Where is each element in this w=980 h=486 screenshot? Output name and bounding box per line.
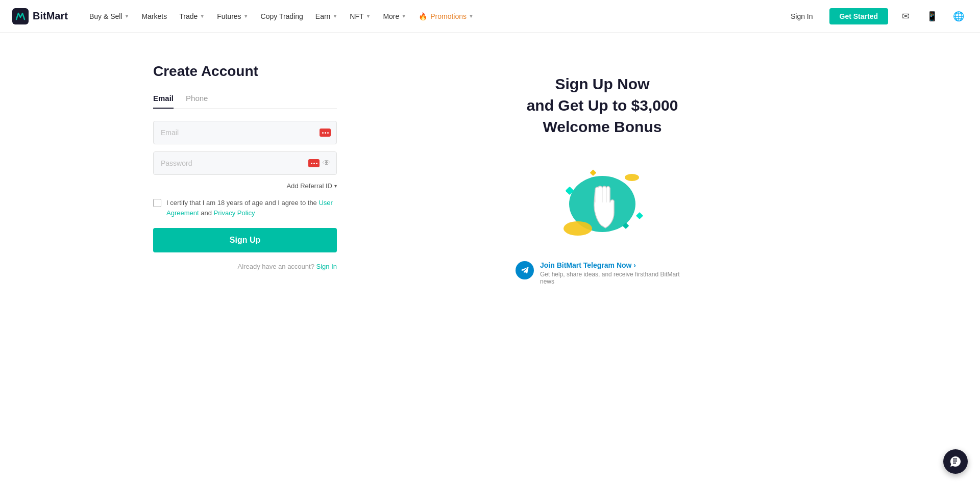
language-icon-button[interactable]: 🌐 <box>949 7 968 25</box>
form-title: Create Account <box>153 63 337 80</box>
agree-text: I certify that I am 18 years of age and … <box>166 198 337 218</box>
chevron-down-icon: ▼ <box>332 13 337 19</box>
chevron-down-icon: ▼ <box>124 13 129 19</box>
email-input-group <box>153 121 337 144</box>
nav-futures[interactable]: Futures ▼ <box>212 8 253 24</box>
form-tabs: Email Phone <box>153 94 337 109</box>
telegram-title[interactable]: Join BitMart Telegram Now › <box>540 261 689 269</box>
svg-rect-6 <box>590 169 597 176</box>
nav-trade[interactable]: Trade ▼ <box>174 8 210 24</box>
chevron-down-icon: ▼ <box>200 13 205 19</box>
navbar: BitMart Buy & Sell ▼ Markets Trade ▼ Fut… <box>0 0 980 33</box>
telegram-icon <box>516 261 534 279</box>
email-input[interactable] <box>153 121 337 144</box>
nav-right: Sign In Get Started ✉ 📱 🌐 <box>782 7 968 25</box>
toggle-password-icon[interactable]: 👁 <box>323 159 331 168</box>
signin-row: Already have an account? Sign In <box>153 263 337 270</box>
brand-name: BitMart <box>33 10 68 22</box>
mobile-icon-button[interactable]: 📱 <box>923 7 941 25</box>
tab-email[interactable]: Email <box>153 94 174 109</box>
nav-markets[interactable]: Markets <box>136 8 172 24</box>
promo-illustration <box>546 153 658 245</box>
chevron-down-icon: ▾ <box>334 183 337 189</box>
sign-in-button[interactable]: Sign In <box>782 8 821 24</box>
email-input-icons <box>320 129 331 137</box>
message-icon-button[interactable]: ✉ <box>896 7 915 25</box>
main-content: Create Account Email Phone <box>133 33 847 316</box>
chevron-down-icon: ▼ <box>366 13 371 19</box>
nav-more[interactable]: More ▼ <box>378 8 411 24</box>
nav-promotions[interactable]: 🔥 Promotions ▼ <box>413 8 479 24</box>
nav-buy-sell[interactable]: Buy & Sell ▼ <box>84 8 135 24</box>
agree-checkbox[interactable] <box>153 199 161 207</box>
nav-copy-trading[interactable]: Copy Trading <box>256 8 308 24</box>
get-started-button[interactable]: Get Started <box>829 8 888 24</box>
dots-icon <box>308 159 320 167</box>
telegram-subtitle: Get help, share ideas, and receive first… <box>540 271 689 285</box>
telegram-text: Join BitMart Telegram Now › Get help, sh… <box>540 261 689 285</box>
signup-button[interactable]: Sign Up <box>153 228 337 252</box>
telegram-row: Join BitMart Telegram Now › Get help, sh… <box>516 261 689 285</box>
add-referral-id[interactable]: Add Referral ID ▾ <box>286 182 337 190</box>
nav-nft[interactable]: NFT ▼ <box>345 8 376 24</box>
svg-point-2 <box>564 221 592 236</box>
chevron-down-icon: ▼ <box>243 13 249 19</box>
create-account-form: Create Account Email Phone <box>153 63 337 270</box>
privacy-policy-link[interactable]: Privacy Policy <box>214 209 255 217</box>
nav-earn[interactable]: Earn ▼ <box>310 8 342 24</box>
password-input-icons: 👁 <box>308 159 331 168</box>
tab-phone[interactable]: Phone <box>186 94 208 109</box>
svg-rect-5 <box>636 212 643 219</box>
promo-title: Sign Up Now and Get Up to $3,000 Welcome… <box>527 73 678 138</box>
referral-row: Add Referral ID ▾ <box>153 182 337 190</box>
svg-point-3 <box>625 174 639 181</box>
brand-logo[interactable]: BitMart <box>12 8 68 24</box>
dots-icon <box>320 129 331 137</box>
chevron-down-icon: ▼ <box>469 13 474 19</box>
agree-row: I certify that I am 18 years of age and … <box>153 198 337 218</box>
password-input-group: 👁 <box>153 151 337 175</box>
chat-bubble-button[interactable] <box>943 449 968 474</box>
nav-links: Buy & Sell ▼ Markets Trade ▼ Futures ▼ C… <box>84 8 782 24</box>
sign-in-link[interactable]: Sign In <box>316 263 337 270</box>
promo-section: Sign Up Now and Get Up to $3,000 Welcome… <box>378 63 827 285</box>
chevron-down-icon: ▼ <box>401 13 406 19</box>
